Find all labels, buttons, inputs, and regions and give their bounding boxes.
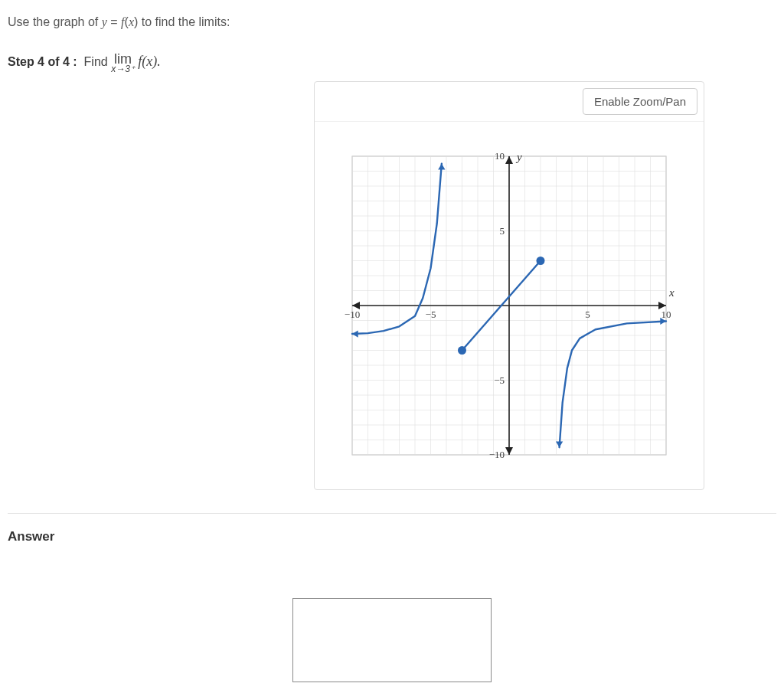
step-line: Step 4 of 4 : Find lim x→3⁺ f(x). bbox=[8, 52, 776, 74]
svg-text:5: 5 bbox=[585, 309, 590, 320]
svg-text:10: 10 bbox=[495, 150, 505, 162]
svg-marker-48 bbox=[505, 447, 513, 455]
graph-toolbar: Enable Zoom/Pan bbox=[315, 82, 704, 122]
step-prefix: Find bbox=[84, 55, 108, 68]
svg-marker-61 bbox=[556, 442, 563, 448]
question-prompt: Use the graph of y = f(x) to find the li… bbox=[8, 15, 776, 29]
svg-text:−5: −5 bbox=[494, 374, 505, 386]
answer-input[interactable] bbox=[292, 598, 492, 682]
section-divider bbox=[8, 513, 776, 514]
svg-text:x: x bbox=[668, 286, 675, 299]
step-label: Step 4 of 4 : bbox=[8, 55, 77, 68]
svg-marker-47 bbox=[505, 156, 513, 164]
svg-text:y: y bbox=[515, 151, 522, 163]
enable-zoom-button[interactable]: Enable Zoom/Pan bbox=[583, 88, 697, 115]
graph-panel: Enable Zoom/Pan yx−10−5510−10−5510 bbox=[314, 81, 704, 490]
lim-approach: x→3⁺ bbox=[111, 64, 135, 74]
svg-marker-59 bbox=[352, 330, 358, 337]
svg-point-63 bbox=[458, 346, 466, 355]
svg-text:−10: −10 bbox=[489, 449, 505, 460]
limit-function: f(x). bbox=[138, 54, 160, 69]
answer-heading: Answer bbox=[8, 529, 776, 544]
svg-text:−5: −5 bbox=[426, 309, 436, 320]
svg-text:5: 5 bbox=[500, 225, 505, 237]
answer-row bbox=[8, 598, 776, 682]
svg-text:10: 10 bbox=[662, 309, 671, 320]
svg-point-64 bbox=[537, 257, 545, 265]
svg-marker-60 bbox=[438, 164, 445, 170]
svg-text:−10: −10 bbox=[345, 309, 360, 320]
graph-body: yx−10−5510−10−5510 bbox=[315, 122, 704, 489]
graph-svg: yx−10−5510−10−5510 bbox=[333, 137, 685, 474]
